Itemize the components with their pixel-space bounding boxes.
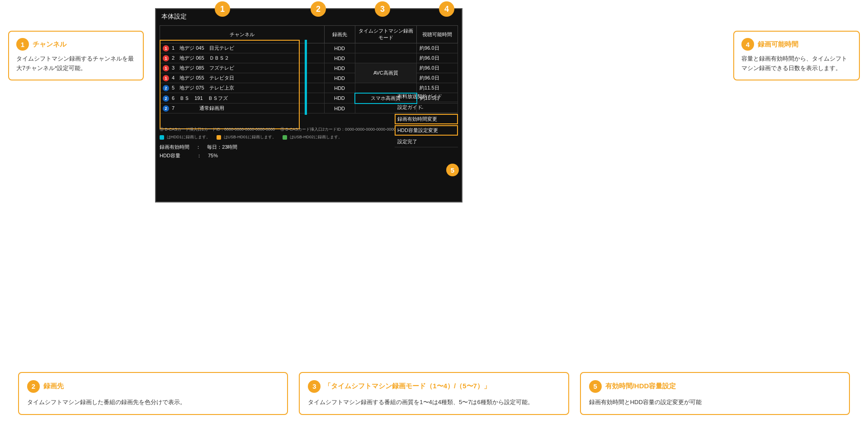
row-badge-blue: 2 [163, 105, 169, 112]
cyan-bar [305, 40, 307, 115]
callout-title-text-1: チャンネル [33, 40, 66, 49]
menu-item-contract[interactable]: 有料放送契約ガイド [395, 91, 458, 102]
channel-cell: 2 7 通常録画用 [160, 104, 325, 113]
bottom-title-text-3: 「タイムシフトマシン録画モード（1〜4）/（5〜7）」 [324, 382, 491, 391]
bottom-title-3: 3 「タイムシフトマシン録画モード（1〜4）/（5〜7）」 [308, 380, 560, 393]
bottom-badge-5: 5 [589, 380, 602, 393]
cas-item-2: Ⓑ B-CASカード挿入口2カードID：0000-0000-0000-0000-… [280, 127, 396, 132]
menu-item-guide[interactable]: 設定ガイド [395, 102, 458, 113]
legend-label-orange: はUSB-HD01に録画します。 [224, 135, 277, 139]
recording-time-sep: ： [191, 144, 206, 150]
callout-title-1: 1 チャンネル [16, 38, 136, 51]
menu-item-complete[interactable]: 設定完了 [395, 137, 458, 147]
table-row: 1 3 地デジ 085 フズテレビ HDD AVC高画質 約96.0日 [160, 63, 458, 73]
avc-mode-cell[interactable]: AVC高画質 [355, 63, 416, 83]
legend-blue: はHDD1に録画します。 [160, 134, 210, 140]
menu-item-hdd[interactable]: HDD容量設定変更 [395, 125, 458, 136]
legend-dot-green [283, 135, 287, 140]
time-cell: 約96.0日 [417, 53, 458, 63]
hdd-val: 75% [208, 153, 218, 158]
page-wrapper: 1 2 3 4 本体設定 チャンネル 録画先 タイムシフトマシン録画モード 視聴… [0, 0, 868, 424]
channel-cell: 1 1 地デジ 045 目元テレビ [160, 43, 325, 53]
tsm-cell [355, 53, 416, 63]
col-header-channel: チャンネル [160, 26, 325, 43]
tv-screen-title: 本体設定 [156, 9, 462, 23]
row-badge-red: 1 [163, 45, 169, 52]
table-row: 1 1 地デジ 045 目元テレビ HDD 約96.0日 [160, 43, 458, 53]
badge-2-tv: 2 [311, 1, 326, 17]
badge-1-tv: 1 [215, 1, 230, 17]
bottom-box-5: 5 有効時間/HDD容量設定 録画有効時間とHDD容量の設定変更が可能 [580, 372, 850, 415]
callout-text-1: タイムシフトマシン録画するチャンネルを最大7チャンネル*設定可能。 [16, 54, 136, 73]
bottom-title-text-5: 有効時間/HDD容量設定 [605, 382, 676, 391]
callout-box-4: 4 録画可能時間 容量と録画有効時間から、タイムシフトマシン録画できる日数を表示… [733, 31, 860, 80]
bottom-badge-2: 2 [27, 380, 40, 393]
bottom-box-2: 2 録画先 タイムシフトマシン録画した番組の録画先を色分けで表示。 [18, 372, 288, 415]
row-badge-red: 1 [163, 65, 169, 71]
bottom-text-2: タイムシフトマシン録画した番組の録画先を色分けで表示。 [27, 397, 279, 407]
callout-text-4: 容量と録画有効時間から、タイムシフトマシン録画できる日数を表示します。 [741, 54, 852, 73]
channel-cell: 1 4 地デジ 055 テレビタ日 [160, 73, 325, 83]
legend-dot-orange [217, 135, 221, 140]
badge-3-tv: 3 [375, 1, 390, 17]
channel-cell: 1 2 地デジ 065 ＤＢＳ２ [160, 53, 325, 63]
time-cell: 約96.0日 [417, 73, 458, 83]
rec-cell: HDD [324, 53, 355, 63]
bottom-text-3: タイムシフトマシン録画する番組の画質を1〜4は4種類、5〜7は6種類から設定可能… [308, 397, 560, 407]
menu-item-rec-time[interactable]: 録画有効時間変更 [395, 114, 458, 124]
hdd-sep: ： [182, 153, 207, 158]
bottom-title-5: 5 有効時間/HDD容量設定 [589, 380, 841, 393]
legend-green: はUSB-HD02に録画します。 [283, 134, 342, 140]
callout-title-4: 4 録画可能時間 [741, 38, 852, 51]
legend-orange: はUSB-HD01に録画します。 [217, 134, 276, 140]
callout-badge-1: 1 [16, 38, 29, 51]
rec-cell: HDD [324, 93, 355, 104]
bottom-box-3: 3 「タイムシフトマシン録画モード（1〜4）/（5〜7）」 タイムシフトマシン録… [299, 372, 569, 415]
rec-cell: HDD [324, 43, 355, 53]
tv-screen: 1 2 3 4 本体設定 チャンネル 録画先 タイムシフトマシン録画モード 視聴… [155, 8, 462, 203]
time-cell: 約96.0日 [417, 63, 458, 73]
col-header-time: 視聴可能時間 [417, 26, 458, 43]
row-badge-blue: 2 [163, 95, 169, 102]
row-badge-red: 1 [163, 55, 169, 61]
legend-label-blue: はHDD1に録画します。 [167, 135, 211, 139]
channel-cell: 2 5 地デジ 075 テレビ上京 [160, 83, 325, 93]
table-row: 1 2 地デジ 065 ＤＢＳ２ HDD 約96.0日 [160, 53, 458, 63]
hdd-label: HDD容量 [160, 153, 180, 158]
cas-item-1: Ⓑ B-CASカード挿入口1カードID：0000-0000-0000-0000-… [160, 127, 275, 132]
row-badge-blue: 2 [163, 85, 169, 91]
rec-cell: HDD [324, 104, 355, 113]
callout-box-1: 1 チャンネル タイムシフトマシン録画するチャンネルを最大7チャンネル*設定可能… [8, 31, 144, 80]
col-header-tsm: タイムシフトマシン録画モード [355, 26, 416, 43]
time-cell: 約96.0日 [417, 43, 458, 53]
col-header-recording: 録画先 [324, 26, 355, 43]
badge-5-tv: 5 [446, 164, 459, 176]
legend-label-green: はUSB-HD02に録画します。 [290, 135, 343, 139]
bottom-title-2: 2 録画先 [27, 380, 279, 393]
rec-cell: HDD [324, 63, 355, 73]
tsm-cell [355, 43, 416, 53]
badge-4-tv: 4 [439, 1, 454, 17]
rec-cell: HDD [324, 73, 355, 83]
bottom-badge-3: 3 [308, 380, 321, 393]
bottom-row: 2 録画先 タイムシフトマシン録画した番組の録画先を色分けで表示。 3 「タイム… [0, 372, 868, 415]
recording-time-val: 毎日：23時間 [207, 144, 237, 150]
callout-badge-4: 4 [741, 38, 754, 51]
bottom-text-5: 録画有効時間とHDD容量の設定変更が可能 [589, 397, 841, 407]
channel-cell: 2 6 ＢＳ 191 ＢＳフズ [160, 93, 325, 104]
legend-dot-blue [160, 135, 164, 140]
tv-right-menu: 有料放送契約ガイド 設定ガイド 録画有効時間変更 HDD容量設定変更 設定完了 [395, 91, 458, 147]
row-badge-red: 1 [163, 75, 169, 81]
recording-time-label: 録画有効時間 [160, 144, 189, 150]
rec-cell: HDD [324, 83, 355, 93]
hdd-stat: HDD容量 ： 75% [160, 152, 458, 159]
channel-cell: 1 3 地デジ 085 フズテレビ [160, 63, 325, 73]
bottom-title-text-2: 録画先 [43, 382, 64, 391]
callout-title-text-4: 録画可能時間 [758, 40, 798, 49]
